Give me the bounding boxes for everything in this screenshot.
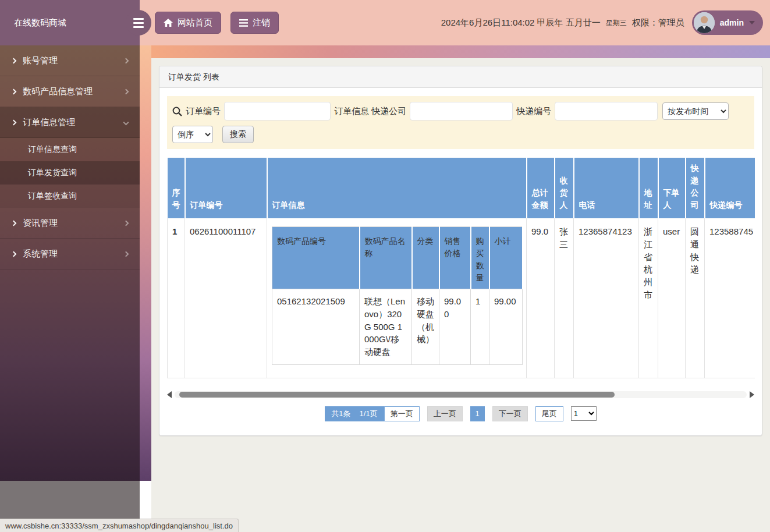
sidebar-item-order-info-query[interactable]: 订单信息查询 xyxy=(0,138,140,161)
sort-field-select[interactable]: 按发布时间 xyxy=(662,102,729,120)
sidebar-item-system[interactable]: 系统管理 xyxy=(0,239,140,269)
pagination-info: 共1条 1/1页 xyxy=(325,406,384,421)
sidebar-item-label: 资讯管理 xyxy=(23,218,58,229)
chevron-right-icon xyxy=(11,58,17,63)
logout-button-label: 注销 xyxy=(253,17,270,29)
cell-total: 99.0 xyxy=(527,218,555,378)
chevron-right-icon xyxy=(11,220,17,226)
sidebar-toggle-button[interactable] xyxy=(126,10,151,36)
item-col-category: 分类 xyxy=(412,227,439,289)
sidebar-item-order-ship-query[interactable]: 订单发货查询 xyxy=(0,161,140,185)
home-button[interactable]: 网站首页 xyxy=(155,12,221,34)
chevron-right-icon xyxy=(11,88,17,94)
order-no-input[interactable] xyxy=(224,102,331,120)
sidebar-item-products[interactable]: 数码产品信息管理 xyxy=(0,76,140,107)
username-text: admin xyxy=(720,18,744,27)
orders-table-header-row: 序号 订单编号 订单信息 总计金额 收货人 电话 地址 下单人 快递公司 快递编… xyxy=(168,158,755,218)
pagination-count: 共1条 xyxy=(331,409,350,419)
current-page-button[interactable]: 1 xyxy=(470,406,485,421)
next-page-button[interactable]: 下一页 xyxy=(492,406,528,421)
item-cell-category: 移动硬盘（机械） xyxy=(412,289,439,365)
pagination-page: 1/1页 xyxy=(360,409,378,419)
search-icon xyxy=(172,107,182,116)
role-text: 权限：管理员 xyxy=(632,17,684,29)
sidebar-item-news[interactable]: 资讯管理 xyxy=(0,208,140,239)
col-header-phone: 电话 xyxy=(574,158,639,218)
header-gradient-strip xyxy=(140,45,770,58)
cell-tracking-no: 123588745 xyxy=(705,218,755,378)
logout-button[interactable]: 注销 xyxy=(230,12,279,34)
item-col-price: 销售价格 xyxy=(439,227,471,289)
scrollbar-track[interactable] xyxy=(175,391,747,398)
tracking-no-label: 快递编号 xyxy=(516,106,551,117)
sidebar-item-label: 系统管理 xyxy=(23,249,58,260)
item-col-subtotal: 小计 xyxy=(489,227,523,289)
sidebar-item-orders[interactable]: 订单信息管理 xyxy=(0,107,140,138)
orders-table-container: 序号 订单编号 订单信息 总计金额 收货人 电话 地址 下单人 快递公司 快递编… xyxy=(167,158,755,378)
status-url-text: www.csbishe.cn:33333/ssm_zxshumashop/din… xyxy=(5,522,233,530)
sidebar-item-account[interactable]: 账号管理 xyxy=(0,45,140,76)
chevron-right-icon xyxy=(123,58,129,63)
pagination: 共1条 1/1页 第一页 上一页 1 下一页 尾页 1 xyxy=(167,406,754,421)
col-header-tracking-no: 快递编号 xyxy=(705,158,755,218)
panel-title: 订单发货 列表 xyxy=(159,66,762,88)
cell-order-info: 数码产品编号 数码产品名称 分类 销售价格 购买数量 小计 xyxy=(267,218,527,378)
home-button-label: 网站首页 xyxy=(178,17,212,29)
sidebar-item-label: 数码产品信息管理 xyxy=(23,86,93,97)
item-cell-quantity: 1 xyxy=(471,289,489,365)
chevron-right-icon xyxy=(123,251,129,257)
page-number-select[interactable]: 1 xyxy=(571,406,597,421)
cell-address: 浙江省杭州市 xyxy=(639,218,658,378)
chevron-right-icon xyxy=(123,220,129,226)
cell-consignee: 张三 xyxy=(555,218,574,378)
order-no-label: 订单编号 xyxy=(186,106,221,117)
col-header-consignee: 收货人 xyxy=(555,158,574,218)
order-info-courier-label: 订单信息 快递公司 xyxy=(334,106,406,117)
col-header-total: 总计金额 xyxy=(527,158,555,218)
logout-icon xyxy=(239,19,248,27)
item-cell-product-no: 05162132021509 xyxy=(272,289,360,365)
first-page-button[interactable]: 第一页 xyxy=(384,406,420,421)
weekday-text: 星期三 xyxy=(606,18,627,28)
order-ship-panel: 订单发货 列表 订单编号 订单信息 快递公司 快递编号 按发布时间 xyxy=(159,66,762,436)
prev-page-button[interactable]: 上一页 xyxy=(427,406,463,421)
top-header: 在线数码商城 网站首页 注销 2024年6月26日11:04:02 甲辰年 五月… xyxy=(0,0,770,45)
chevron-right-icon xyxy=(11,251,17,257)
order-items-header-row: 数码产品编号 数码产品名称 分类 销售价格 购买数量 小计 xyxy=(272,227,523,289)
sidebar-subitem-label: 订单信息查询 xyxy=(28,144,77,155)
last-page-button[interactable]: 尾页 xyxy=(535,406,563,421)
sidebar: 账号管理 数码产品信息管理 订单信息管理 订单信息查询 订单发货查询 订单签收查… xyxy=(0,45,140,532)
app-logo: 在线数码商城 xyxy=(0,0,140,45)
item-col-product-name: 数码产品名称 xyxy=(360,227,412,289)
user-menu[interactable]: admin xyxy=(692,10,763,35)
main-content: 订单发货 列表 订单编号 订单信息 快递公司 快递编号 按发布时间 xyxy=(151,58,770,532)
home-icon xyxy=(164,19,173,27)
sidebar-item-order-receive-query[interactable]: 订单签收查询 xyxy=(0,185,140,208)
chevron-right-icon xyxy=(11,119,17,125)
tracking-no-input[interactable] xyxy=(555,102,658,120)
sidebar-item-label: 订单信息管理 xyxy=(23,117,75,128)
cell-phone: 12365874123 xyxy=(574,218,639,378)
table-row: 1 06261100011107 xyxy=(168,218,755,378)
item-col-quantity: 购买数量 xyxy=(471,227,489,289)
orders-table: 序号 订单编号 订单信息 总计金额 收货人 电话 地址 下单人 快递公司 快递编… xyxy=(167,158,755,378)
sort-order-select[interactable]: 倒序 xyxy=(172,126,213,143)
horizontal-scrollbar xyxy=(167,390,754,399)
col-header-index: 序号 xyxy=(168,158,185,218)
item-cell-price: 99.00 xyxy=(439,289,471,365)
order-item-row: 05162132021509 联想（Lenovo）320G 500G 1000G… xyxy=(272,289,523,365)
courier-company-input[interactable] xyxy=(410,102,513,120)
scrollbar-thumb[interactable] xyxy=(179,392,615,398)
scroll-right-icon[interactable] xyxy=(750,391,754,398)
search-filter-box: 订单编号 订单信息 快递公司 快递编号 按发布时间 倒序 搜索 xyxy=(167,96,754,149)
avatar xyxy=(694,12,715,33)
chevron-down-icon xyxy=(123,119,129,125)
item-cell-subtotal: 99.00 xyxy=(489,289,523,365)
col-header-buyer: 下单人 xyxy=(658,158,686,218)
cell-buyer: user xyxy=(658,218,686,378)
scroll-left-icon[interactable] xyxy=(167,391,172,398)
search-button[interactable]: 搜索 xyxy=(222,126,254,143)
chevron-right-icon xyxy=(123,88,129,94)
item-col-product-no: 数码产品编号 xyxy=(272,227,360,289)
item-cell-product-name: 联想（Lenovo）320G 500G 1000G\/移动硬盘 xyxy=(360,289,412,365)
